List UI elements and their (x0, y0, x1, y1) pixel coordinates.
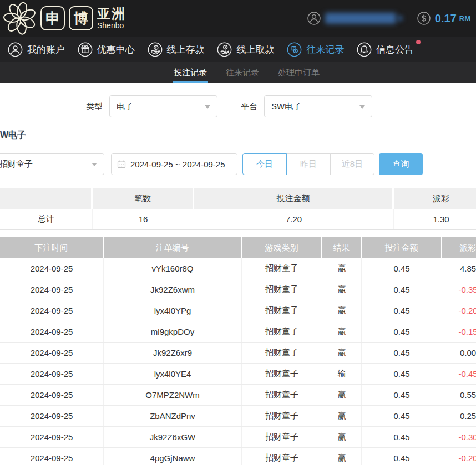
cell-result: 赢 (322, 258, 362, 279)
cell-result: 赢 (322, 321, 362, 342)
nav-item-withdraw[interactable]: 线上取款 (217, 42, 274, 57)
table-row: 2024-09-25 lyx4l0YPg 招财童子 赢 0.45 -0.20 (0, 300, 476, 321)
brand-logo[interactable]: 申 博 亚洲 Shenbo (3, 2, 126, 35)
total-payout: 1.30 (394, 209, 476, 229)
cell-order-id: Jk92Z6xr9 (104, 343, 242, 363)
user-icon (307, 12, 321, 25)
tab-transaction-records[interactable]: 往来记录 (226, 62, 259, 83)
balance-currency: RM (459, 14, 470, 23)
date-range-value: 2024-09-25 ~ 2024-09-25 (130, 160, 225, 169)
betting-table-body: 2024-09-25 vYk160r8Q 招财童子 赢 0.45 4.85 20… (0, 258, 476, 465)
cell-order-id: lyx4l0YE4 (104, 364, 242, 384)
dollar-coin-icon (417, 12, 431, 25)
cell-bet-time: 2024-09-25 (0, 300, 104, 321)
cell-game-type: 招财童子 (242, 279, 322, 300)
nav-label: 往来记录 (306, 43, 344, 56)
summary-total-row: 总计 16 7.20 1.30 (0, 209, 476, 230)
cell-payout: 0.25 (442, 406, 476, 426)
cell-payout: -0.20 (442, 300, 476, 321)
nav-label: 我的账户 (27, 43, 65, 56)
summary-col-count: 笔数 (93, 188, 194, 209)
betting-table-header: 下注时间 注单编号 游戏类别 结果 投注金额 派彩 (0, 237, 476, 258)
total-label: 总计 (0, 209, 93, 229)
cell-bet-amount: 0.45 (362, 385, 442, 405)
search-button[interactable]: 查询 (379, 153, 423, 175)
cell-order-id: ZbANZdPnv (104, 406, 242, 426)
nav-item-deposit[interactable]: 线上存款 (148, 42, 205, 57)
platform-select-value: SW电子 (271, 101, 301, 112)
top-header: 申 博 亚洲 Shenbo 0. (0, 0, 476, 37)
cell-bet-amount: 0.45 (362, 343, 442, 363)
cell-bet-amount: 0.45 (362, 279, 442, 300)
tab-pending-orders[interactable]: 处理中订单 (278, 62, 320, 83)
cell-payout: -0.30 (442, 427, 476, 447)
col-bet-amount: 投注金额 (362, 237, 442, 258)
cell-game-type: 招财童子 (242, 448, 322, 465)
account-icon (8, 42, 23, 57)
cell-bet-time: 2024-09-25 (0, 279, 104, 300)
cell-payout: -0.45 (442, 364, 476, 384)
logo-region: 亚洲 Shenbo (97, 7, 126, 29)
cell-game-type: 招财童子 (242, 427, 322, 447)
type-label: 类型 (86, 101, 103, 112)
logo-region-cn: 亚洲 (97, 7, 126, 21)
cell-result: 赢 (322, 427, 362, 447)
balance[interactable]: 0.17 RM (417, 12, 470, 25)
cell-game-type: 招财童子 (242, 406, 322, 426)
summary-col-bet-amount: 投注金额 (194, 188, 394, 209)
withdraw-hand-coin-icon (217, 42, 232, 57)
balance-amount: 0.17 (435, 12, 457, 25)
cell-bet-amount: 0.45 (362, 448, 442, 465)
cell-game-type: 招财童子 (242, 343, 322, 363)
cell-order-id: 4pgGjNaww (104, 448, 242, 465)
cell-bet-time: 2024-09-25 (0, 406, 104, 426)
header-right: 0.17 RM (307, 12, 470, 25)
cell-bet-amount: 0.45 (362, 406, 442, 426)
cell-bet-time: 2024-09-25 (0, 343, 104, 363)
cell-bet-time: 2024-09-25 (0, 385, 104, 405)
nav-item-transaction-records[interactable]: 往来记录 (287, 42, 344, 57)
cell-order-id: lyx4l0YPg (104, 300, 242, 321)
cell-game-type: 招财童子 (242, 300, 322, 321)
main-nav: 我的账户 优惠中心 线上存款 (0, 37, 476, 62)
today-button[interactable]: 今日 (242, 153, 287, 175)
table-row: 2024-09-25 Jk92Z6xwm 招财童子 赢 0.45 -0.35 (0, 279, 476, 300)
platform-select[interactable]: SW电子 (264, 95, 372, 117)
date-range-picker[interactable]: 2024-09-25 ~ 2024-09-25 (111, 153, 237, 175)
total-bet-amount: 7.20 (194, 209, 394, 229)
table-row: 2024-09-25 Jk92Z6xGW 招财童子 赢 0.45 -0.30 (0, 427, 476, 448)
account-chip[interactable] (307, 12, 403, 25)
nav-item-promotions[interactable]: 优惠中心 (78, 42, 135, 57)
chevron-down-icon (205, 105, 210, 109)
quick-date-buttons: 今日 昨日 近8日 (242, 153, 374, 175)
bell-icon (357, 42, 372, 57)
cell-result: 输 (322, 364, 362, 384)
last-8-days-button[interactable]: 近8日 (330, 153, 374, 175)
logo-region-en: Shenbo (97, 22, 126, 29)
chevron-down-icon (92, 163, 97, 166)
type-select-value: 电子 (117, 101, 133, 112)
game-select[interactable]: 招财童子 (0, 153, 104, 175)
deposit-hand-coin-icon (148, 42, 163, 57)
table-row: 2024-09-25 ml9gkpDOy 招财童子 赢 0.45 -0.15 (0, 321, 476, 343)
summary-col-payout: 派彩 (394, 188, 476, 209)
nav-item-my-account[interactable]: 我的账户 (8, 42, 65, 57)
redacted-username (325, 13, 396, 24)
cell-order-id: ml9gkpDOy (104, 321, 242, 342)
cell-result: 赢 (322, 448, 362, 465)
cell-game-type: 招财童子 (242, 364, 322, 384)
table-row: 2024-09-25 ZbANZdPnv 招财童子 赢 0.45 0.25 (0, 406, 476, 427)
game-select-value: 招财童子 (0, 159, 33, 170)
yesterday-button[interactable]: 昨日 (286, 153, 331, 175)
cell-payout: 0.55 (442, 385, 476, 405)
platform-label: 平台 (241, 101, 257, 112)
table-row: 2024-09-25 vYk160r8Q 招财童子 赢 0.45 4.85 (0, 258, 476, 279)
cell-bet-time: 2024-09-25 (0, 321, 104, 342)
tab-betting-records[interactable]: 投注记录 (174, 62, 207, 83)
cell-order-id: Jk92Z6xGW (104, 427, 242, 447)
nav-item-announcements[interactable]: 信息公告 (357, 42, 414, 57)
cell-payout: -0.35 (442, 279, 476, 300)
logo-char-bo: 博 (69, 6, 93, 30)
cell-bet-time: 2024-09-25 (0, 448, 104, 465)
type-select[interactable]: 电子 (109, 95, 217, 117)
